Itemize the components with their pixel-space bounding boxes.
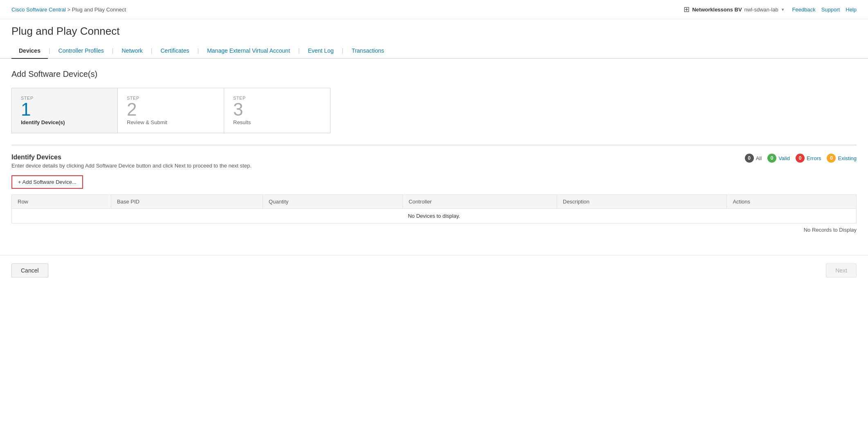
help-link[interactable]: Help [846,7,857,13]
steps-container: STEP 1 Identify Device(s) STEP 2 Review … [11,88,857,133]
grid-icon: ⊞ [684,5,690,14]
tab-transactions[interactable]: Transactions [344,43,391,59]
org-info: ⊞ Networklessons BV nwl-sdwan-lab ▼ [684,5,785,14]
tab-manage-external-virtual-account[interactable]: Manage External Virtual Account [200,43,297,59]
page-title-section: Plug and Play Connect [0,19,868,38]
feedback-link[interactable]: Feedback [792,7,816,13]
table-header: Row Base PID Quantity Controller Descrip… [12,195,857,209]
col-description: Description [557,195,727,209]
support-link[interactable]: Support [821,7,840,13]
breadcrumb-separator: > [67,7,72,13]
bottom-buttons: Cancel Next [0,255,868,286]
step-1-box: STEP 1 Identify Device(s) [11,88,118,133]
badge-errors-label[interactable]: Errors [807,155,821,161]
badge-all-label: All [756,155,762,161]
cancel-button[interactable]: Cancel [11,264,48,277]
device-table: Row Base PID Quantity Controller Descrip… [11,194,857,223]
badge-valid-count: 0 [767,154,776,163]
step-2-number: 2 [127,101,215,118]
tab-network[interactable]: Network [114,43,150,59]
col-base-pid: Base PID [111,195,263,209]
table-body: No Devices to display. [12,209,857,223]
step-3-number: 3 [233,101,321,118]
col-quantity: Quantity [263,195,403,209]
page-title: Plug and Play Connect [11,25,857,38]
identify-title: Identify Devices [11,154,252,161]
add-software-device-button[interactable]: + Add Software Device... [11,175,83,189]
nav-tabs: Devices | Controller Profiles | Network … [0,43,868,59]
step-1-number: 1 [21,101,108,118]
top-links: Feedback Support Help [792,7,857,13]
main-content: Add Software Device(s) STEP 1 Identify D… [0,59,868,247]
badge-errors-count: 0 [796,154,805,163]
identify-left: Identify Devices Enter device details by… [11,154,252,169]
badge-existing: 0 Existing [827,154,857,163]
breadcrumb: Cisco Software Central > Plug and Play C… [11,7,126,13]
breadcrumb-parent-link[interactable]: Cisco Software Central [11,7,66,13]
step-2-name: Review & Submit [127,119,215,125]
top-right-section: ⊞ Networklessons BV nwl-sdwan-lab ▼ Feed… [684,5,857,14]
top-bar: Cisco Software Central > Plug and Play C… [0,0,868,19]
identify-header: Identify Devices Enter device details by… [11,154,857,169]
no-records-message: No Records to Display [11,223,857,236]
account-name: nwl-sdwan-lab [744,7,778,13]
next-button[interactable]: Next [826,264,857,277]
identify-right: 0 All 0 Valid 0 Errors 0 Existing [745,154,857,163]
breadcrumb-current: Plug and Play Connect [72,7,126,13]
dropdown-arrow-icon[interactable]: ▼ [781,7,785,12]
badge-errors: 0 Errors [796,154,821,163]
step-3-name: Results [233,119,321,125]
org-name: Networklessons BV [692,7,742,13]
identify-description: Enter device details by clicking Add Sof… [11,163,252,169]
no-devices-message: No Devices to display. [12,209,857,223]
badge-existing-count: 0 [827,154,836,163]
add-devices-section-title: Add Software Device(s) [11,69,857,79]
table-header-row: Row Base PID Quantity Controller Descrip… [12,195,857,209]
tab-controller-profiles[interactable]: Controller Profiles [51,43,111,59]
tab-event-log[interactable]: Event Log [301,43,341,59]
step-1-name: Identify Device(s) [21,119,108,125]
tab-devices[interactable]: Devices [11,43,48,59]
step-2-label: STEP [127,96,215,101]
badge-valid: 0 Valid [767,154,790,163]
step-2-box: STEP 2 Review & Submit [118,88,224,133]
badge-all: 0 All [745,154,762,163]
col-actions: Actions [727,195,857,209]
badge-all-count: 0 [745,154,754,163]
col-row: Row [12,195,111,209]
badge-existing-label[interactable]: Existing [838,155,857,161]
tab-certificates[interactable]: Certificates [153,43,196,59]
table-empty-row: No Devices to display. [12,209,857,223]
badge-valid-label[interactable]: Valid [778,155,790,161]
step-3-box: STEP 3 Results [224,88,331,133]
col-controller: Controller [403,195,557,209]
identify-section: Identify Devices Enter device details by… [11,145,857,236]
step-1-label: STEP [21,96,108,101]
step-3-label: STEP [233,96,321,101]
